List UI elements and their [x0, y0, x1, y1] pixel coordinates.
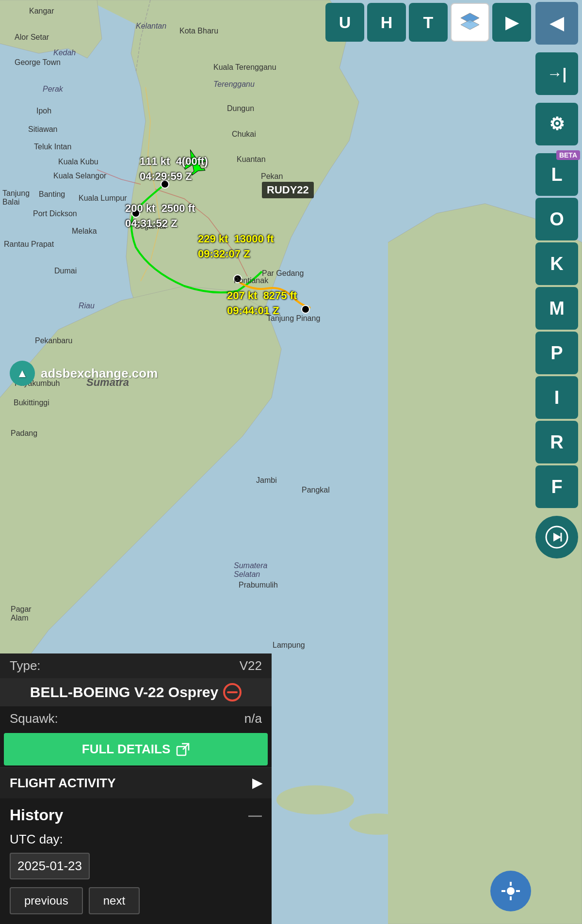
map-label-banting: Banting — [39, 190, 65, 199]
history-collapse[interactable]: — — [248, 808, 262, 823]
history-title-row: History — — [10, 806, 262, 824]
map-label-riau: Riau — [79, 302, 95, 310]
map-label-lampung: Lampung — [273, 641, 305, 650]
watermark-text: adsbexchange.com — [41, 366, 158, 381]
map-label-bukittinggi: Bukittinggi — [14, 398, 49, 407]
flight-data-2: 200 kt 2500 ft 04:31:52 Z — [125, 201, 195, 231]
map-label-kelantan: Kelantan — [136, 22, 166, 31]
map-label-perak: Perak — [43, 85, 63, 94]
type-value: V22 — [240, 658, 262, 673]
callsign-label: RUDY22 — [262, 182, 314, 198]
sidebar-back-btn[interactable]: ◀ — [535, 2, 578, 45]
sidebar-replay-btn[interactable] — [535, 516, 578, 558]
squawk-row: Squawk: n/a — [0, 706, 272, 731]
full-details-label: FULL DETAILS — [82, 742, 170, 757]
watermark-logo: ▲ — [10, 361, 35, 386]
svg-point-2 — [349, 813, 407, 835]
svg-rect-10 — [501, 890, 505, 892]
map-label-kedah: Kedah — [53, 48, 76, 57]
svg-rect-11 — [516, 890, 520, 892]
btn-u[interactable]: U — [325, 3, 364, 42]
btn-t[interactable]: T — [409, 3, 448, 42]
map-label-dungun: Dungun — [227, 104, 254, 113]
map-label-kota-bharu: Kota Bharu — [179, 27, 218, 35]
map-label-tanjung-balai: TanjungBalai — [2, 189, 30, 207]
history-title-text: History — [10, 806, 63, 824]
full-details-button[interactable]: FULL DETAILS — [4, 733, 268, 765]
sidebar-settings-btn[interactable]: ⚙ — [535, 103, 578, 145]
beta-badge: BETA — [556, 150, 580, 160]
aircraft-name-row: BELL-BOEING V-22 Osprey — [0, 678, 272, 706]
date-input[interactable]: 2025-01-23 — [10, 853, 90, 879]
svg-rect-8 — [510, 882, 512, 886]
map-label-par-gedang: Par Gedang — [262, 269, 304, 278]
sidebar-signin-btn[interactable]: →| — [535, 52, 578, 95]
watermark: ▲ adsbexchange.com — [10, 361, 158, 386]
svg-marker-13 — [461, 20, 479, 30]
previous-button[interactable]: previous — [10, 887, 83, 914]
map-label-alor-setar: Alor Setar — [15, 33, 49, 42]
aircraft-name: BELL-BOEING V-22 Osprey — [30, 684, 218, 701]
map-label-kangar: Kangar — [29, 7, 54, 16]
map-label-dumai: Dumai — [54, 267, 77, 275]
map-label-port-dickson: Port Dickson — [33, 209, 77, 218]
map-label-ipoh: Ipoh — [36, 107, 51, 115]
map-label-sumatera-selatan: SumateraSelatan — [234, 561, 267, 579]
map-label-melaka: Melaka — [72, 227, 97, 236]
btn-forward[interactable]: ▶ — [492, 3, 531, 42]
sidebar-btn-o[interactable]: O — [535, 198, 578, 240]
utc-label: UTC day: — [10, 832, 262, 847]
sidebar-btn-p[interactable]: P — [535, 332, 578, 374]
type-row: Type: V22 — [0, 653, 272, 678]
flight-data-3: 229 kt 13000 ft 09:32:07 Z — [198, 232, 274, 262]
location-button[interactable] — [490, 871, 531, 911]
map-label-pekanbaru: Pekanbaru — [35, 336, 72, 345]
map-label-jambi: Jambi — [256, 476, 277, 485]
map-label-pagar-alam: PagarAlam — [11, 605, 32, 622]
map-label-chukai: Chukai — [232, 130, 256, 139]
next-button[interactable]: next — [89, 887, 140, 914]
svg-point-6 — [302, 305, 309, 313]
map-label-rantau-prapat: Rantau Prapat — [4, 240, 54, 249]
sidebar-btn-f[interactable]: F — [535, 465, 578, 508]
squawk-value: n/a — [244, 711, 262, 726]
sidebar-btn-m[interactable]: M — [535, 287, 578, 330]
map-label-kl-terengganu: Kuala Terengganu — [213, 63, 276, 72]
map-label-pangkal: Pangkal — [302, 486, 330, 494]
history-section: History — UTC day: 2025-01-23 previous n… — [0, 798, 272, 924]
svg-rect-9 — [510, 896, 512, 900]
bottom-panel: Type: V22 BELL-BOEING V-22 Osprey Squawk… — [0, 653, 272, 924]
map-label-padang: Padang — [11, 429, 37, 438]
map-label-kuantan: Kuantan — [237, 155, 266, 164]
map-label-pekan: Pekan — [261, 172, 283, 181]
top-toolbar: U H T ▶ — [325, 3, 531, 42]
nav-buttons: previous next — [10, 887, 262, 914]
squawk-label: Squawk: — [10, 711, 58, 726]
map-label-terengganu: Terengganu — [213, 80, 255, 89]
btn-layers[interactable] — [451, 3, 489, 42]
right-sidebar: ◀ →| ⚙ L O K M P I R F — [534, 0, 582, 560]
flight-activity-button[interactable]: FLIGHT ACTIVITY ▶ — [0, 767, 272, 798]
map-label-kuala-kubu: Kuala Kubu — [58, 158, 98, 166]
flight-activity-arrow: ▶ — [252, 776, 262, 791]
type-label: Type: — [10, 658, 41, 673]
map-label-george-town: George Town — [15, 58, 61, 67]
map-label-sitiawan: Sitiawan — [28, 125, 57, 134]
svg-point-7 — [507, 887, 515, 895]
flight-data-4: 207 kt 8275 ft 09:44:01 Z — [227, 288, 297, 319]
map-label-prabumulih: Prabumulih — [239, 581, 278, 589]
sidebar-btn-i[interactable]: I — [535, 376, 578, 419]
flight-activity-label: FLIGHT ACTIVITY — [10, 776, 116, 791]
sidebar-btn-k[interactable]: K — [535, 242, 578, 285]
external-link-icon — [176, 743, 190, 756]
map-label-teluk-intan: Teluk Intan — [34, 143, 71, 151]
svg-point-1 — [276, 785, 354, 814]
btn-h[interactable]: H — [367, 3, 406, 42]
flight-data-1: 111 kt 4(00ft) 04:29:59 Z — [140, 154, 208, 184]
map-label-kuala-lumpur: Kuala Lumpur — [79, 194, 127, 203]
sidebar-btn-r[interactable]: R — [535, 421, 578, 463]
map-label-kuala-selangor: Kuala Selangor — [53, 172, 106, 180]
no-entry-icon — [223, 683, 242, 701]
